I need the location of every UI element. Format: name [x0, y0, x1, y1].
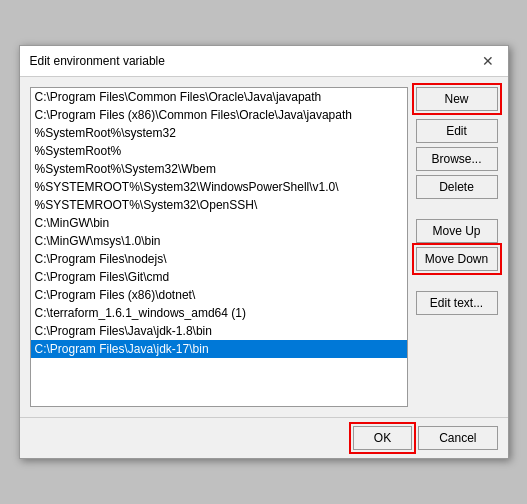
dialog-footer: OK Cancel [20, 417, 508, 458]
dialog-title: Edit environment variable [30, 54, 165, 68]
edit-text-button[interactable]: Edit text... [416, 291, 498, 315]
ok-button[interactable]: OK [353, 426, 412, 450]
cancel-button[interactable]: Cancel [418, 426, 497, 450]
new-button[interactable]: New [416, 87, 498, 111]
list-item[interactable]: C:\Program Files\Git\cmd [31, 268, 407, 286]
browse-button[interactable]: Browse... [416, 147, 498, 171]
list-item[interactable]: C:\Program Files\Common Files\Oracle\Jav… [31, 88, 407, 106]
move-down-button[interactable]: Move Down [416, 247, 498, 271]
list-container: C:\Program Files\Common Files\Oracle\Jav… [30, 87, 408, 407]
dialog-body: C:\Program Files\Common Files\Oracle\Jav… [20, 77, 508, 417]
list-item[interactable]: %SYSTEMROOT%\System32\WindowsPowerShell\… [31, 178, 407, 196]
list-item[interactable]: C:\MinGW\bin [31, 214, 407, 232]
action-buttons-column: New Edit Browse... Delete Move Up Move D… [416, 87, 498, 407]
close-button[interactable]: ✕ [478, 54, 498, 68]
delete-button[interactable]: Delete [416, 175, 498, 199]
env-variable-list[interactable]: C:\Program Files\Common Files\Oracle\Jav… [30, 87, 408, 407]
list-item[interactable]: C:\MinGW\msys\1.0\bin [31, 232, 407, 250]
list-item[interactable]: %SYSTEMROOT%\System32\OpenSSH\ [31, 196, 407, 214]
list-item[interactable]: C:\terraform_1.6.1_windows_amd64 (1) [31, 304, 407, 322]
list-item[interactable]: %SystemRoot% [31, 142, 407, 160]
list-item[interactable]: C:\Program Files\Java\jdk-1.8\bin [31, 322, 407, 340]
list-item[interactable]: %SystemRoot%\system32 [31, 124, 407, 142]
move-up-button[interactable]: Move Up [416, 219, 498, 243]
title-bar: Edit environment variable ✕ [20, 46, 508, 77]
list-item[interactable]: %SystemRoot%\System32\Wbem [31, 160, 407, 178]
list-item[interactable]: C:\Program Files (x86)\dotnet\ [31, 286, 407, 304]
list-item[interactable]: C:\Program Files\nodejs\ [31, 250, 407, 268]
list-item[interactable]: C:\Program Files\Java\jdk-17\bin [31, 340, 407, 358]
edit-button[interactable]: Edit [416, 119, 498, 143]
list-item[interactable]: C:\Program Files (x86)\Common Files\Orac… [31, 106, 407, 124]
edit-env-variable-dialog: Edit environment variable ✕ C:\Program F… [19, 45, 509, 459]
